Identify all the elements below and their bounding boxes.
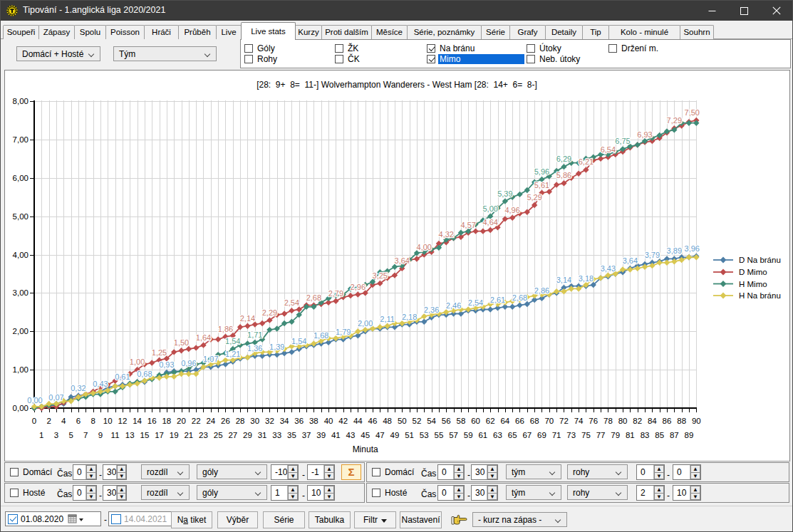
stat-checkbox--k[interactable]: ČK bbox=[335, 54, 361, 64]
spin-up-icon[interactable]: ▲ bbox=[690, 486, 700, 493]
spin-up-icon[interactable]: ▲ bbox=[86, 486, 96, 493]
value-to-spinner[interactable]: 0▲▼ bbox=[673, 464, 701, 480]
spin-down-icon[interactable]: ▼ bbox=[288, 493, 298, 501]
value-from-spinner[interactable]: 0▲▼ bbox=[636, 464, 665, 480]
time-from-spinner-spin-buttons[interactable]: ▲▼ bbox=[85, 465, 96, 479]
maximize-button[interactable] bbox=[728, 1, 760, 21]
stat-combo[interactable]: rohy bbox=[567, 485, 628, 500]
time-from-spinner[interactable]: 0▲▼ bbox=[437, 485, 465, 501]
spin-down-icon[interactable]: ▼ bbox=[86, 472, 96, 480]
time-to-spinner-spin-buttons[interactable]: ▲▼ bbox=[487, 486, 497, 500]
stat-checkbox-na-br-nu[interactable]: Na bránu bbox=[427, 43, 476, 53]
spin-down-icon[interactable]: ▼ bbox=[324, 493, 334, 501]
spin-up-icon[interactable]: ▲ bbox=[288, 486, 298, 493]
spin-down-icon[interactable]: ▼ bbox=[690, 472, 700, 480]
checked-checkbox-icon[interactable] bbox=[8, 514, 18, 524]
value-to-spinner[interactable]: 10▲▼ bbox=[307, 485, 335, 501]
time-to-spinner[interactable]: 30▲▼ bbox=[103, 485, 127, 501]
time-from-spinner-spin-buttons[interactable]: ▲▼ bbox=[453, 465, 464, 479]
spin-up-icon[interactable]: ▲ bbox=[86, 465, 96, 472]
spin-down-icon[interactable]: ▼ bbox=[86, 493, 96, 501]
value-from-spinner[interactable]: 2▲▼ bbox=[636, 485, 665, 501]
spin-down-icon[interactable]: ▼ bbox=[288, 472, 298, 480]
time-to-spinner-spin-buttons[interactable]: ▲▼ bbox=[487, 465, 497, 479]
tab-poisson[interactable]: Poisson bbox=[105, 25, 145, 39]
value-to-spinner[interactable]: -1▲▼ bbox=[307, 464, 335, 480]
value-to-spinner-spin-buttons[interactable]: ▲▼ bbox=[690, 486, 700, 500]
unchecked-checkbox-icon[interactable] bbox=[111, 514, 121, 524]
value-from-spinner[interactable]: -10▲▼ bbox=[271, 464, 299, 480]
date-from-picker[interactable]: 01.08.2020 bbox=[5, 511, 101, 526]
filtr-button[interactable]: Filtr bbox=[354, 511, 396, 528]
date-to-picker[interactable]: 14.04.2021 bbox=[108, 511, 175, 526]
s-rie-button[interactable]: Série bbox=[263, 511, 305, 528]
type-combo[interactable]: Tým bbox=[113, 46, 217, 61]
tab-live[interactable]: Live bbox=[216, 25, 242, 39]
spin-up-icon[interactable]: ▲ bbox=[288, 465, 298, 472]
tab-proti-dal-m[interactable]: Proti dalším bbox=[321, 25, 372, 39]
na-tiket-button[interactable]: Na tiket bbox=[171, 511, 212, 528]
spin-down-icon[interactable]: ▼ bbox=[487, 493, 497, 501]
bet-combo[interactable]: - kurz na zápas - bbox=[472, 512, 567, 527]
stat-combo[interactable]: rohy bbox=[567, 464, 628, 479]
nastaven--button[interactable]: Nastavení bbox=[400, 511, 442, 528]
stat-checkbox-dr-en-m-[interactable]: Držení m. bbox=[608, 43, 660, 53]
time-from-spinner-spin-buttons[interactable]: ▲▼ bbox=[85, 486, 96, 500]
value-to-spinner[interactable]: 10▲▼ bbox=[673, 485, 701, 501]
tab-s-rie-pozn-mky[interactable]: Série, poznámky bbox=[407, 25, 482, 39]
stat-combo[interactable]: góly bbox=[197, 485, 267, 500]
time-to-spinner[interactable]: 30▲▼ bbox=[103, 464, 127, 480]
spin-up-icon[interactable]: ▲ bbox=[454, 486, 464, 493]
value-from-spinner-spin-buttons[interactable]: ▲▼ bbox=[287, 465, 298, 479]
mode-combo[interactable]: tým bbox=[506, 464, 561, 479]
stat-checkbox--toky[interactable]: Útoky bbox=[527, 43, 563, 53]
mode-combo[interactable]: tým bbox=[506, 485, 561, 500]
filter-checkbox-hosté[interactable]: Hosté bbox=[372, 488, 408, 498]
spin-up-icon[interactable]: ▲ bbox=[324, 486, 334, 493]
tab-tip[interactable]: Tip bbox=[582, 25, 609, 39]
spin-down-icon[interactable]: ▼ bbox=[324, 472, 334, 480]
spin-down-icon[interactable]: ▼ bbox=[454, 472, 464, 480]
spin-down-icon[interactable]: ▼ bbox=[487, 472, 497, 480]
stat-combo[interactable]: góly bbox=[197, 464, 267, 479]
close-button[interactable] bbox=[760, 1, 792, 21]
value-to-spinner-spin-buttons[interactable]: ▲▼ bbox=[323, 486, 334, 500]
spin-up-icon[interactable]: ▲ bbox=[690, 465, 700, 472]
stat-checkbox-neb-toky[interactable]: Neb. útoky bbox=[527, 54, 581, 64]
value-from-spinner-spin-buttons[interactable]: ▲▼ bbox=[653, 465, 664, 479]
spin-up-icon[interactable]: ▲ bbox=[654, 465, 664, 472]
time-to-spinner-spin-buttons[interactable]: ▲▼ bbox=[116, 486, 126, 500]
tab-kurzy[interactable]: Kurzy bbox=[295, 25, 322, 39]
spin-down-icon[interactable]: ▼ bbox=[117, 493, 126, 501]
dropdown-arrow-icon[interactable] bbox=[79, 518, 83, 521]
value-from-spinner[interactable]: 1▲▼ bbox=[271, 485, 299, 501]
sigma-button[interactable]: Σ bbox=[341, 464, 361, 480]
tab-soupe-i[interactable]: Soupeři bbox=[3, 25, 39, 39]
tab-s-rie[interactable]: Série bbox=[481, 25, 510, 39]
spin-up-icon[interactable]: ▲ bbox=[117, 486, 126, 493]
value-from-spinner-spin-buttons[interactable]: ▲▼ bbox=[287, 486, 298, 500]
tab-souhrn[interactable]: Souhrn bbox=[680, 25, 714, 39]
stat-checkbox-g-ly[interactable]: Góly bbox=[244, 43, 276, 53]
time-from-spinner[interactable]: 0▲▼ bbox=[73, 464, 97, 480]
mode-combo[interactable]: rozdíl bbox=[141, 485, 190, 500]
time-from-spinner[interactable]: 0▲▼ bbox=[437, 464, 465, 480]
value-from-spinner-spin-buttons[interactable]: ▲▼ bbox=[653, 486, 664, 500]
view-combo[interactable]: Domácí + Hosté bbox=[16, 46, 100, 61]
spin-down-icon[interactable]: ▼ bbox=[117, 472, 126, 480]
tab-z-pasy[interactable]: Zápasy bbox=[38, 25, 75, 39]
mode-combo[interactable]: rozdíl bbox=[141, 464, 190, 479]
minimize-button[interactable] bbox=[696, 1, 728, 21]
tabulka-button[interactable]: Tabulka bbox=[309, 511, 351, 528]
value-to-spinner-spin-buttons[interactable]: ▲▼ bbox=[690, 465, 700, 479]
stat-checkbox--k[interactable]: ŽK bbox=[335, 43, 360, 53]
time-to-spinner-spin-buttons[interactable]: ▲▼ bbox=[116, 465, 126, 479]
tab-live-stats[interactable]: Live stats bbox=[241, 22, 296, 40]
spin-up-icon[interactable]: ▲ bbox=[454, 465, 464, 472]
spin-down-icon[interactable]: ▼ bbox=[654, 472, 664, 480]
filter-checkbox-domácí[interactable]: Domácí bbox=[10, 467, 53, 477]
tab-spolu[interactable]: Spolu bbox=[74, 25, 106, 39]
time-from-spinner-spin-buttons[interactable]: ▲▼ bbox=[453, 486, 464, 500]
spin-down-icon[interactable]: ▼ bbox=[454, 493, 464, 501]
spin-up-icon[interactable]: ▲ bbox=[654, 486, 664, 493]
